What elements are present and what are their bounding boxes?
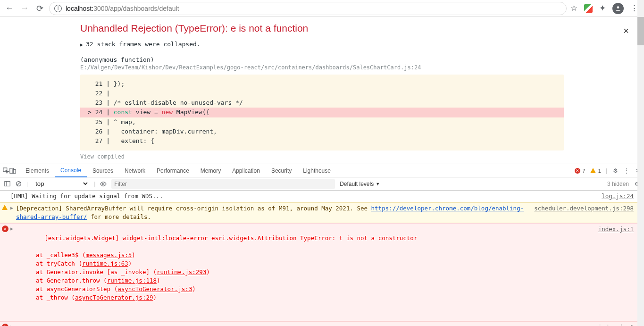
tab-console[interactable]: Console <box>55 164 87 177</box>
log-message: [esri.widgets.Widget] widget-intl:locale… <box>10 225 591 319</box>
stack-source-link[interactable]: runtime.js:293 <box>157 268 206 276</box>
svg-rect-2 <box>10 168 14 173</box>
browser-toolbar: ← → ⟳ i localhost:3000/app/dashboards/de… <box>0 0 644 17</box>
stack-frame: at _throw (asyncToGenerator.js:29) <box>16 293 591 302</box>
tab-security[interactable]: Security <box>266 164 297 177</box>
tab-application[interactable]: Application <box>226 164 266 177</box>
frame-file: E:/Valgen/DevTeam/Kishor/Dev/ReactExampl… <box>80 64 564 71</box>
tab-memory[interactable]: Memory <box>195 164 226 177</box>
execution-context-select[interactable]: top <box>33 179 89 189</box>
console-filter-input[interactable] <box>111 179 335 189</box>
extensions-puzzle-icon[interactable]: ✦ <box>599 3 606 13</box>
tab-network[interactable]: Network <box>119 164 151 177</box>
log-entry-info: [HMR] Waiting for update signal from WDS… <box>0 191 644 202</box>
log-message: [Deprecation] SharedArrayBuffer will req… <box>10 204 527 221</box>
svg-point-8 <box>103 183 105 185</box>
code-snippet: 21 | }); 22 | 23 | /* eslint-disable no-… <box>80 75 564 150</box>
expand-toggle-icon[interactable]: ▶ <box>10 205 13 212</box>
site-info-icon[interactable]: i <box>54 5 62 12</box>
error-icon: ✕ <box>2 324 8 326</box>
address-bar[interactable]: i localhost:3000/app/dashboards/default <box>49 2 567 15</box>
view-compiled-link[interactable]: View compiled <box>80 153 564 160</box>
log-entry-error: ✕ ▶ [esri.widgets.Widget] widget-intl:lo… <box>0 321 644 326</box>
stack-frame: at asyncGeneratorStep (asyncToGenerator.… <box>16 285 591 293</box>
devtools-settings-icon[interactable]: ⚙ <box>612 167 619 174</box>
stack-source-link[interactable]: runtime.js:118 <box>107 277 157 284</box>
tab-sources[interactable]: Sources <box>87 164 119 177</box>
tab-performance[interactable]: Performance <box>151 164 195 177</box>
frame-function: (anonymous function) <box>80 56 564 63</box>
close-overlay-button[interactable]: × <box>623 25 629 36</box>
log-source-link[interactable]: log.js:24 <box>594 192 634 201</box>
console-output: [HMR] Waiting for update signal from WDS… <box>0 191 644 326</box>
stack-source-link[interactable]: runtime.js:63 <box>82 260 128 267</box>
svg-line-7 <box>17 182 20 185</box>
svg-point-0 <box>617 6 619 8</box>
log-entry-error: ✕ ▶ [esri.widgets.Widget] widget-intl:lo… <box>0 223 644 321</box>
error-title: Unhandled Rejection (TypeError): e is no… <box>80 23 564 34</box>
log-message: [esri.widgets.Widget] widget-intl:locale… <box>10 323 591 326</box>
code-line: 26 | container: mapDiv.current, <box>88 127 556 136</box>
expand-toggle-icon[interactable]: ▶ <box>10 324 13 326</box>
code-line: 27 | extent: { <box>88 136 556 146</box>
log-source-link[interactable]: scheduler.development.js:298 <box>527 204 634 221</box>
log-entry-warning: ▶ [Deprecation] SharedArrayBuffer will r… <box>0 202 644 223</box>
forward-button[interactable]: → <box>19 3 30 14</box>
console-sidebar-toggle-icon[interactable] <box>4 181 10 187</box>
back-button[interactable]: ← <box>4 3 15 14</box>
hidden-messages-count[interactable]: 3 hidden <box>607 181 629 187</box>
window-scrollbar[interactable] <box>637 0 644 326</box>
extension-icon[interactable] <box>584 4 593 13</box>
warning-icon <box>2 205 8 210</box>
collapsed-frames-top[interactable]: 32 stack frames were collapsed. <box>80 41 564 48</box>
console-toolbar: | top | Default levels ▼ 3 hidden ⚙ <box>0 177 644 191</box>
code-line: 22 | <box>88 89 556 98</box>
error-icon: ✕ <box>2 226 8 232</box>
stack-frame: at Generator.throw (runtime.js:118) <box>16 276 591 285</box>
url-text: localhost:3000/app/dashboards/default <box>66 5 179 12</box>
device-toolbar-icon[interactable] <box>9 167 16 174</box>
error-overlay: × Unhandled Rejection (TypeError): e is … <box>0 17 644 164</box>
profile-avatar-icon[interactable] <box>612 3 624 14</box>
live-expression-icon[interactable] <box>100 181 107 187</box>
warning-count-badge[interactable]: 1 <box>590 168 601 174</box>
svg-rect-4 <box>4 182 9 186</box>
toolbar-icons: ☆ ✦ ⋮ <box>570 3 640 14</box>
reload-button[interactable]: ⟳ <box>34 3 45 14</box>
code-line: 25 | ^ map, <box>88 117 556 127</box>
svg-rect-3 <box>13 169 16 173</box>
tab-elements[interactable]: Elements <box>20 164 55 177</box>
devtools-menu-icon[interactable]: ⋮ <box>623 167 630 174</box>
clear-console-icon[interactable] <box>15 181 22 187</box>
stack-source-link[interactable]: messages.js:5 <box>85 251 132 259</box>
log-message: [HMR] Waiting for update signal from WDS… <box>10 192 594 201</box>
devtools-tabs: Elements Console Sources Network Perform… <box>0 164 644 177</box>
inspect-element-icon[interactable] <box>3 167 9 174</box>
error-count-badge[interactable]: ✕ 7 <box>575 168 585 174</box>
stack-frame: at tryCatch (runtime.js:63) <box>16 259 591 268</box>
stack-frame: at Generator.invoke [as _invoke] (runtim… <box>16 268 591 276</box>
window-scrollbar-thumb[interactable] <box>637 17 644 45</box>
log-levels-select[interactable]: Default levels ▼ <box>340 181 380 187</box>
stack-source-link[interactable]: asyncToGenerator.js:29 <box>75 294 153 301</box>
stack-frame: at _callee3$ (messages.js:5) <box>16 251 591 259</box>
log-source-link[interactable]: index.js:1 <box>591 225 634 319</box>
code-line-highlight: > 24 | const view = new MapView({ <box>80 108 564 117</box>
expand-toggle-icon[interactable]: ▶ <box>10 226 13 233</box>
log-source-link[interactable]: index.js:1 <box>591 323 634 326</box>
stack-source-link[interactable]: asyncToGenerator.js:3 <box>117 285 192 293</box>
code-line: 21 | }); <box>88 79 556 89</box>
page-viewport: × Unhandled Rejection (TypeError): e is … <box>0 17 644 164</box>
code-line: 23 | /* eslint-disable no-unused-vars */ <box>88 98 556 108</box>
devtools-panel: Elements Console Sources Network Perform… <box>0 164 644 326</box>
bookmark-star-icon[interactable]: ☆ <box>570 3 577 13</box>
tab-lighthouse[interactable]: Lighthouse <box>297 164 336 177</box>
